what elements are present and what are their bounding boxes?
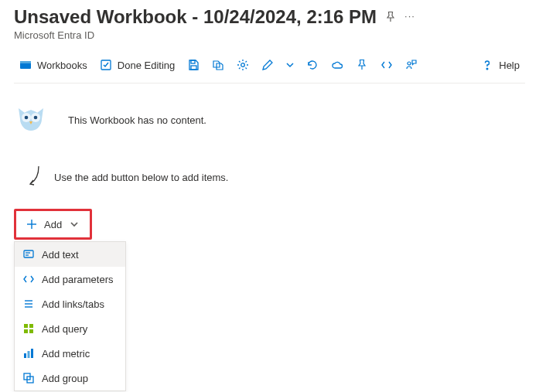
cloud-button[interactable] (326, 53, 349, 77)
settings-button[interactable] (231, 53, 254, 77)
svg-rect-4 (191, 60, 195, 63)
help-label: Help (499, 60, 520, 71)
pin-outline-icon (356, 59, 368, 71)
help-icon (481, 59, 493, 71)
svg-rect-25 (24, 329, 28, 333)
empty-message: This Workbook has no content. (68, 114, 206, 126)
arrow-curve-icon (26, 165, 42, 190)
code-button[interactable] (375, 53, 398, 77)
toolbar: Workbooks Done Editing (14, 53, 525, 84)
svg-rect-2 (20, 61, 31, 63)
save-button[interactable] (182, 53, 205, 77)
feedback-button[interactable] (400, 53, 423, 77)
add-button[interactable]: Add (18, 213, 88, 236)
help-button[interactable]: Help (476, 53, 525, 77)
menu-item-add-group[interactable]: Add group (15, 366, 125, 390)
chevron-down-icon (68, 218, 80, 230)
svg-rect-17 (24, 251, 33, 257)
edit-dropdown-button[interactable] (281, 53, 299, 77)
svg-point-8 (408, 62, 411, 65)
svg-rect-26 (29, 329, 33, 333)
list-icon (22, 298, 35, 310)
save-as-icon (212, 59, 224, 71)
pin-icon[interactable] (384, 11, 397, 23)
edit-button[interactable] (256, 53, 279, 77)
parameters-icon (22, 273, 35, 285)
menu-item-add-parameters[interactable]: Add parameters (15, 267, 125, 291)
svg-rect-29 (31, 349, 33, 358)
save-icon (187, 59, 200, 71)
workbooks-label: Workbooks (37, 60, 87, 71)
svg-rect-5 (191, 66, 196, 70)
gear-icon (237, 59, 249, 71)
empty-hint: Use the add button below to add items. (54, 172, 228, 183)
menu-item-add-metric[interactable]: Add metric (15, 341, 125, 366)
more-icon[interactable]: ··· (404, 10, 415, 22)
menu-item-add-links[interactable]: Add links/tabs (15, 291, 125, 316)
menu-label: Add query (42, 323, 87, 335)
menu-label: Add text (42, 249, 79, 261)
page-title: Unsaved Workbook - 10/24/2024, 2:16 PM (14, 6, 377, 28)
svg-rect-27 (24, 353, 26, 358)
menu-label: Add links/tabs (42, 298, 104, 310)
chevron-down-icon (284, 59, 296, 71)
svg-point-14 (34, 116, 38, 120)
workbook-icon (19, 59, 32, 71)
workbooks-button[interactable]: Workbooks (14, 53, 93, 77)
cloud-icon (331, 59, 343, 71)
add-menu: Add text Add parameters Add links/tabs A… (14, 241, 126, 391)
owl-icon (14, 102, 48, 138)
toolbar-pin-button[interactable] (350, 53, 374, 77)
menu-item-add-text[interactable]: Add text (15, 242, 125, 267)
metric-icon (22, 347, 35, 360)
menu-item-add-query[interactable]: Add query (15, 316, 125, 341)
plus-icon (26, 218, 38, 230)
refresh-button[interactable] (301, 53, 324, 77)
add-label: Add (44, 219, 62, 230)
refresh-icon (306, 59, 319, 71)
query-icon (22, 322, 35, 335)
svg-rect-28 (28, 351, 30, 358)
svg-point-9 (486, 68, 488, 70)
menu-label: Add parameters (42, 274, 114, 285)
pencil-icon (261, 59, 274, 71)
group-icon (22, 372, 35, 384)
svg-point-13 (25, 116, 29, 120)
person-feedback-icon (405, 59, 418, 71)
done-editing-button[interactable]: Done Editing (94, 53, 180, 77)
subtitle: Microsoft Entra ID (14, 29, 525, 41)
menu-label: Add group (42, 373, 88, 384)
code-icon (380, 59, 393, 71)
menu-label: Add metric (42, 348, 90, 360)
svg-point-6 (241, 63, 245, 67)
text-icon (22, 248, 35, 261)
svg-rect-23 (24, 324, 28, 328)
done-editing-icon (100, 59, 112, 71)
save-as-button[interactable] (206, 53, 230, 77)
add-button-highlight: Add (14, 209, 92, 240)
done-editing-label: Done Editing (118, 60, 175, 71)
svg-rect-24 (29, 324, 33, 328)
